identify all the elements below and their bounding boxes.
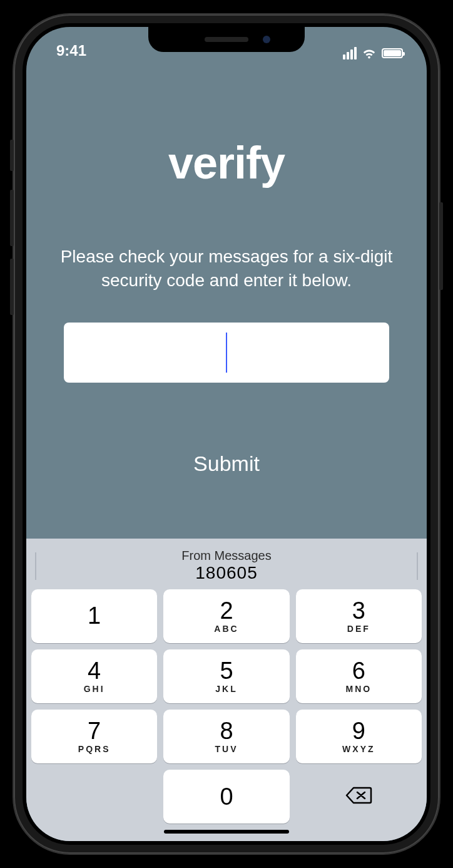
mute-switch bbox=[10, 140, 14, 171]
key-9[interactable]: 9 WXYZ bbox=[296, 710, 422, 763]
key-digit: 6 bbox=[352, 659, 365, 683]
cellular-signal-icon bbox=[343, 47, 357, 59]
key-letters: PQRS bbox=[78, 744, 111, 754]
key-1[interactable]: 1 bbox=[31, 589, 157, 643]
key-digit: 9 bbox=[352, 719, 365, 743]
key-digit: 2 bbox=[220, 599, 233, 623]
battery-icon bbox=[382, 48, 403, 58]
key-4[interactable]: 4 GHI bbox=[31, 649, 157, 703]
autofill-source-label: From Messages bbox=[31, 549, 422, 563]
power-button bbox=[439, 202, 443, 290]
key-digit: 5 bbox=[220, 659, 233, 683]
key-8[interactable]: 8 TUV bbox=[163, 710, 289, 763]
front-camera bbox=[263, 36, 270, 43]
phone-frame: 9:41 verify Please check your messages bbox=[14, 14, 439, 854]
key-letters: ABC bbox=[214, 624, 238, 634]
wifi-icon bbox=[362, 47, 377, 59]
key-5[interactable]: 5 JKL bbox=[163, 649, 289, 703]
code-input[interactable] bbox=[64, 323, 389, 383]
key-0[interactable]: 0 bbox=[163, 770, 289, 824]
autofill-code: 180605 bbox=[31, 563, 422, 583]
verify-content: verify Please check your messages for a … bbox=[26, 62, 427, 539]
key-letters: MNO bbox=[345, 684, 372, 694]
key-digit: 1 bbox=[88, 604, 101, 628]
key-digit: 0 bbox=[220, 785, 233, 809]
key-letters: DEF bbox=[347, 624, 370, 634]
key-2[interactable]: 2 ABC bbox=[163, 589, 289, 643]
backspace-icon bbox=[345, 785, 372, 808]
autofill-suggestion[interactable]: From Messages 180605 bbox=[31, 545, 422, 589]
key-delete[interactable] bbox=[296, 770, 422, 824]
volume-up-button bbox=[10, 190, 14, 246]
key-digit: 4 bbox=[88, 659, 101, 683]
instruction-text: Please check your messages for a six-dig… bbox=[41, 245, 412, 292]
key-letters: GHI bbox=[84, 684, 105, 694]
notch bbox=[148, 27, 305, 52]
key-3[interactable]: 3 DEF bbox=[296, 589, 422, 643]
page-title: verify bbox=[168, 137, 285, 189]
key-digit: 7 bbox=[88, 719, 101, 743]
key-letters: WXYZ bbox=[342, 744, 375, 754]
text-cursor bbox=[226, 333, 227, 373]
key-digit: 3 bbox=[352, 599, 365, 623]
key-6[interactable]: 6 MNO bbox=[296, 649, 422, 703]
key-letters: TUV bbox=[215, 744, 238, 754]
numeric-keyboard: From Messages 180605 1 2 ABC 3 DEF bbox=[26, 539, 427, 841]
key-blank bbox=[31, 770, 157, 824]
speaker-grille bbox=[205, 37, 248, 42]
key-digit: 8 bbox=[220, 719, 233, 743]
key-letters: JKL bbox=[215, 684, 237, 694]
submit-button[interactable]: Submit bbox=[193, 452, 260, 476]
screen: 9:41 verify Please check your messages bbox=[26, 27, 427, 841]
home-indicator[interactable] bbox=[164, 830, 289, 834]
volume-down-button bbox=[10, 259, 14, 315]
key-7[interactable]: 7 PQRS bbox=[31, 710, 157, 763]
status-time: 9:41 bbox=[48, 42, 86, 59]
